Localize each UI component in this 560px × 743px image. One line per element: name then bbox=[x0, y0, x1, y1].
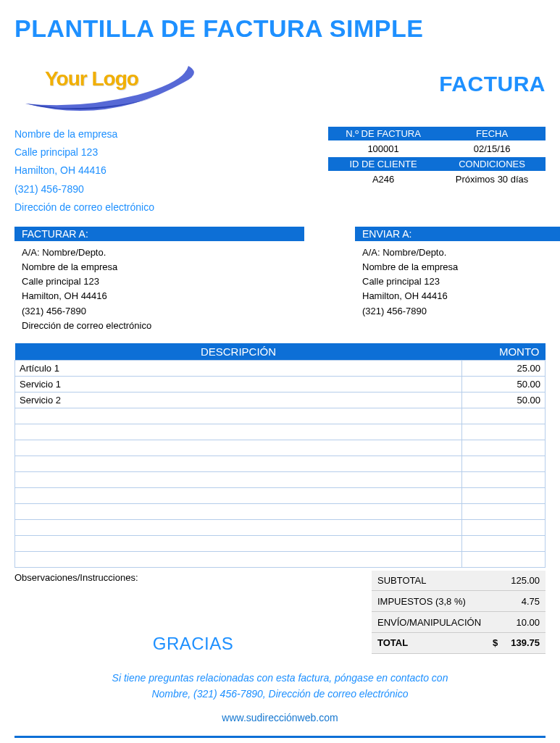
shipping: 10.00 bbox=[487, 612, 546, 633]
line-amount bbox=[462, 487, 546, 503]
subtotal: 125.00 bbox=[487, 571, 546, 591]
address-row: FACTURAR A: A/A: Nombre/Depto. Nombre de… bbox=[14, 227, 546, 333]
terms: Próximos 30 días bbox=[438, 171, 546, 188]
bill-to-body: A/A: Nombre/Depto. Nombre de la empresa … bbox=[14, 241, 304, 333]
bill-to-label: FACTURAR A: bbox=[14, 227, 304, 241]
table-row bbox=[15, 487, 546, 503]
line-desc bbox=[15, 503, 462, 519]
remarks: Observaciones/Instrucciones: GRACIAS bbox=[14, 571, 372, 654]
footer: Si tiene preguntas relacionadas con esta… bbox=[14, 670, 546, 726]
company-phone: (321) 456-7890 bbox=[14, 180, 154, 198]
info-row: Nombre de la empresa Calle principal 123… bbox=[14, 125, 546, 217]
line-amount bbox=[462, 519, 546, 535]
line-desc bbox=[15, 535, 462, 551]
ship-to-body: A/A: Nombre/Depto. Nombre de la empresa … bbox=[355, 241, 560, 319]
table-row bbox=[15, 408, 546, 424]
table-row: Servicio 250.00 bbox=[15, 392, 546, 408]
company-info: Nombre de la empresa Calle principal 123… bbox=[14, 125, 154, 217]
table-row bbox=[15, 440, 546, 456]
meta-table: N.º DE FACTURA FECHA 100001 02/15/16 ID … bbox=[328, 127, 546, 188]
company-street: Calle principal 123 bbox=[14, 143, 154, 161]
bill-email: Dirección de correo electrónico bbox=[22, 319, 297, 333]
desc-header: DESCRIPCIÓN bbox=[15, 343, 462, 361]
footer-line2: Nombre, (321) 456-7890, Dirección de cor… bbox=[14, 686, 546, 702]
client-id-label: ID DE CLIENTE bbox=[328, 157, 438, 171]
line-desc bbox=[15, 471, 462, 487]
client-id: A246 bbox=[328, 171, 438, 188]
invoice-no: 100001 bbox=[328, 140, 438, 157]
currency: $ bbox=[493, 637, 498, 648]
line-amount: 25.00 bbox=[462, 360, 546, 376]
bill-street: Calle principal 123 bbox=[22, 274, 297, 289]
table-row bbox=[15, 503, 546, 519]
table-row bbox=[15, 471, 546, 487]
line-desc: Servicio 1 bbox=[15, 376, 462, 392]
thanks: GRACIAS bbox=[14, 634, 372, 654]
line-desc bbox=[15, 424, 462, 440]
line-items-table: DESCRIPCIÓN MONTO Artículo 125.00Servici… bbox=[14, 343, 546, 568]
ship-city: Hamilton, OH 44416 bbox=[362, 289, 560, 303]
ship-phone: (321) 456-7890 bbox=[362, 304, 560, 319]
ship-to-block: ENVIAR A: A/A: Nombre/Depto. Nombre de l… bbox=[355, 227, 560, 333]
subtotal-label: SUBTOTAL bbox=[372, 571, 487, 591]
line-desc bbox=[15, 487, 462, 503]
template-title: PLANTILLA DE FACTURA SIMPLE bbox=[14, 14, 546, 43]
invoice-meta: N.º DE FACTURA FECHA 100001 02/15/16 ID … bbox=[328, 127, 546, 217]
table-row bbox=[15, 456, 546, 471]
date-label: FECHA bbox=[438, 127, 546, 140]
table-row bbox=[15, 551, 546, 567]
table-row bbox=[15, 519, 546, 535]
bill-to-block: FACTURAR A: A/A: Nombre/Depto. Nombre de… bbox=[14, 227, 304, 333]
bill-attn: A/A: Nombre/Depto. bbox=[22, 245, 297, 260]
amount-header: MONTO bbox=[462, 343, 546, 361]
line-amount bbox=[462, 456, 546, 471]
line-desc: Artículo 1 bbox=[15, 360, 462, 376]
table-row bbox=[15, 424, 546, 440]
tax: 4.75 bbox=[487, 591, 546, 612]
line-amount bbox=[462, 551, 546, 567]
footer-divider bbox=[14, 736, 546, 738]
footer-line1: Si tiene preguntas relacionadas con esta… bbox=[14, 670, 546, 686]
line-amount: 50.00 bbox=[462, 392, 546, 408]
shipping-label: ENVÍO/MANIPULACIÓN bbox=[372, 612, 487, 633]
line-amount bbox=[462, 408, 546, 424]
line-desc bbox=[15, 519, 462, 535]
company-email: Dirección de correo electrónico bbox=[14, 198, 154, 217]
remarks-label: Observaciones/Instrucciones: bbox=[14, 572, 372, 583]
line-amount bbox=[462, 471, 546, 487]
line-desc bbox=[15, 456, 462, 471]
invoice-heading: FACTURA bbox=[439, 72, 546, 96]
tax-label: IMPUESTOS (3,8 %) bbox=[372, 591, 487, 612]
line-amount bbox=[462, 535, 546, 551]
ship-to-label: ENVIAR A: bbox=[355, 227, 560, 241]
bill-city: Hamilton, OH 44416 bbox=[22, 289, 297, 303]
ship-name: Nombre de la empresa bbox=[362, 260, 560, 274]
ship-attn: A/A: Nombre/Depto. bbox=[362, 245, 560, 260]
totals-table: SUBTOTAL 125.00 IMPUESTOS (3,8 %) 4.75 E… bbox=[372, 571, 546, 654]
total-amount: 139.75 bbox=[511, 637, 540, 648]
total: $ 139.75 bbox=[487, 632, 546, 653]
footer-url: www.sudirecciónweb.com bbox=[14, 710, 546, 726]
table-row: Servicio 150.00 bbox=[15, 376, 546, 392]
logo: Your Logo bbox=[14, 53, 203, 118]
bottom-row: Observaciones/Instrucciones: GRACIAS SUB… bbox=[14, 571, 546, 654]
invoice-no-label: N.º DE FACTURA bbox=[328, 127, 438, 140]
ship-street: Calle principal 123 bbox=[362, 274, 560, 289]
invoice-page: PLANTILLA DE FACTURA SIMPLE Your Logo FA… bbox=[0, 0, 560, 743]
bill-name: Nombre de la empresa bbox=[22, 260, 297, 274]
line-amount bbox=[462, 503, 546, 519]
terms-label: CONDICIONES bbox=[438, 157, 546, 171]
bill-phone: (321) 456-7890 bbox=[22, 304, 297, 319]
total-label: TOTAL bbox=[372, 632, 487, 653]
line-desc bbox=[15, 408, 462, 424]
header-row: Your Logo FACTURA bbox=[14, 53, 546, 118]
line-desc bbox=[15, 551, 462, 567]
line-desc bbox=[15, 440, 462, 456]
logo-text: Your Logo bbox=[45, 67, 138, 91]
line-amount: 50.00 bbox=[462, 376, 546, 392]
table-row: Artículo 125.00 bbox=[15, 360, 546, 376]
line-amount bbox=[462, 440, 546, 456]
line-amount bbox=[462, 424, 546, 440]
company-name: Nombre de la empresa bbox=[14, 125, 154, 143]
line-desc: Servicio 2 bbox=[15, 392, 462, 408]
